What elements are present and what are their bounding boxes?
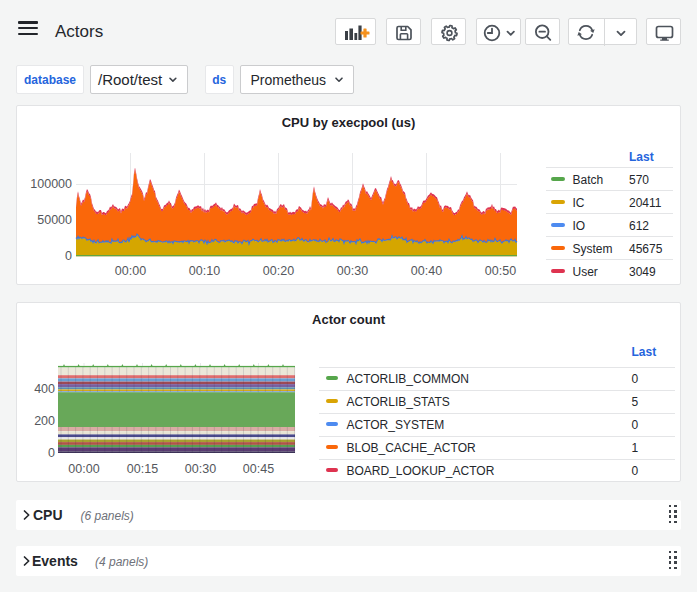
svg-text:00:00: 00:00 xyxy=(115,264,146,278)
svg-text:200: 200 xyxy=(34,414,55,428)
svg-text:400: 400 xyxy=(34,382,55,396)
svg-text:0: 0 xyxy=(65,249,72,263)
svg-text:0: 0 xyxy=(48,446,55,460)
svg-text:50000: 50000 xyxy=(37,213,72,227)
svg-text:00:30: 00:30 xyxy=(337,264,368,278)
svg-text:00:30: 00:30 xyxy=(185,462,216,476)
svg-text:00:20: 00:20 xyxy=(263,264,294,278)
svg-text:100000: 100000 xyxy=(30,177,72,191)
svg-text:00:40: 00:40 xyxy=(411,264,442,278)
svg-text:00:45: 00:45 xyxy=(243,462,274,476)
svg-text:00:15: 00:15 xyxy=(127,462,158,476)
svg-text:00:50: 00:50 xyxy=(485,264,516,278)
svg-text:00:00: 00:00 xyxy=(68,462,99,476)
svg-text:00:10: 00:10 xyxy=(189,264,220,278)
